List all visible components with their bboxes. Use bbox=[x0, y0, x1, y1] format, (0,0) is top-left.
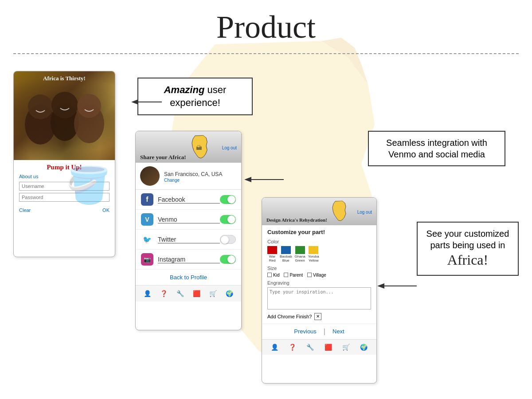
nav-person-icon[interactable]: 👤 bbox=[142, 288, 153, 299]
page-title: Product bbox=[0, 9, 532, 46]
phone3-body: Customize your part! Color WarRed Baobab… bbox=[262, 225, 376, 324]
phone2-header-left: Share your Africa! 🏔 bbox=[140, 135, 210, 161]
svg-text:🏔: 🏔 bbox=[196, 145, 202, 151]
parent-label: Parent bbox=[289, 273, 302, 278]
instagram-toggle[interactable] bbox=[220, 255, 236, 264]
color-swatch-war-red[interactable]: WarRed bbox=[267, 246, 277, 263]
yoruba-yellow-label: YorubaYellow bbox=[308, 255, 319, 263]
parent-checkbox[interactable] bbox=[284, 273, 288, 277]
nav-divider: | bbox=[324, 328, 325, 336]
callout-seamless: Seamless integration with Venmo and soci… bbox=[368, 131, 505, 166]
baobab-blue-color bbox=[281, 246, 291, 254]
baobab-blue-label: BaobabBlue bbox=[280, 255, 292, 263]
profile-info: San Francisco, CA, USA Change bbox=[164, 170, 237, 183]
facebook-icon: f bbox=[141, 193, 153, 206]
kids-illustration bbox=[14, 71, 115, 160]
kid-label: Kid bbox=[273, 273, 279, 278]
profile-row: San Francisco, CA, USA Change bbox=[136, 163, 241, 190]
back-to-profile-link[interactable]: Back to Profile bbox=[136, 270, 241, 285]
phone2-logout-link[interactable]: Log out bbox=[222, 145, 237, 150]
chrome-finish-checkbox[interactable]: ✕ bbox=[314, 313, 321, 320]
phone3-nav-help-icon[interactable]: ❓ bbox=[287, 342, 297, 352]
chrome-finish-label: Add Chrome Finish? bbox=[267, 314, 312, 319]
phone3-nav-africa-icon[interactable]: 🌍 bbox=[359, 342, 369, 352]
nav-cart-icon[interactable]: 🛒 bbox=[208, 288, 219, 299]
nav-help-icon[interactable]: ❓ bbox=[159, 288, 169, 299]
phone3-header: Design Africa's Rehydration! Log out bbox=[262, 198, 376, 225]
ok-button[interactable]: OK bbox=[102, 207, 110, 213]
arrow-customized-to-phone3 bbox=[375, 279, 419, 293]
venmo-row: V Venmo bbox=[136, 210, 241, 230]
venmo-label: Venmo bbox=[158, 216, 220, 223]
phone1-mockup: Africa is Thirsty! 🪣 Pump it Up! About u… bbox=[13, 71, 115, 257]
phone3-nav-person-icon[interactable]: 👤 bbox=[269, 342, 280, 352]
clear-button[interactable]: Clear bbox=[19, 207, 31, 213]
callout-customized: See your customized parts being used in … bbox=[417, 222, 519, 276]
size-parent[interactable]: Parent bbox=[284, 273, 302, 278]
yoruba-yellow-color bbox=[309, 246, 318, 254]
facebook-toggle[interactable] bbox=[220, 195, 236, 204]
phone1-hero-image: Africa is Thirsty! bbox=[14, 71, 115, 160]
africa-text: Africa! bbox=[425, 251, 511, 270]
customize-title: Customize your part! bbox=[267, 229, 371, 235]
nav-africa-icon[interactable]: 🌍 bbox=[224, 288, 235, 299]
color-swatches: WarRed BaobabBlue GhanaGreen YorubaYello… bbox=[267, 246, 371, 263]
design-title: Design Africa's Rehydration! bbox=[266, 217, 327, 223]
size-label: Size bbox=[267, 266, 371, 271]
facebook-row: f Facebook bbox=[136, 190, 241, 210]
color-swatch-baobab-blue[interactable]: BaobabBlue bbox=[280, 246, 292, 263]
ghana-green-color bbox=[295, 246, 305, 254]
profile-location: San Francisco, CA, USA bbox=[164, 171, 222, 177]
instagram-row: 📷 Instagram bbox=[136, 250, 241, 270]
color-swatch-ghana-green[interactable]: GhanaGreen bbox=[295, 246, 305, 263]
engraving-input[interactable] bbox=[267, 287, 371, 309]
phone3-logout-link[interactable]: Log out bbox=[357, 210, 372, 215]
amazing-italic: Amazing bbox=[164, 84, 205, 95]
africa-logo-phone3 bbox=[329, 200, 348, 222]
phone1-header-title: Africa is Thirsty! bbox=[14, 75, 115, 82]
twitter-row: 🐦 Twitter bbox=[136, 230, 241, 250]
venmo-icon: V bbox=[141, 213, 153, 226]
change-location-link[interactable]: Change bbox=[164, 178, 237, 183]
previous-button[interactable]: Previous bbox=[294, 328, 317, 335]
africa-logo-phone2: 🏔 bbox=[188, 135, 210, 159]
phone2-bottom-nav: 👤 ❓ 🔧 🟥 🛒 🌍 bbox=[136, 285, 241, 301]
village-label: Village bbox=[313, 273, 326, 278]
phone3-nav-cart-icon[interactable]: 🛒 bbox=[340, 342, 351, 352]
phone2-mockup: Share your Africa! 🏔 Log out San Francis… bbox=[135, 131, 242, 330]
next-button[interactable]: Next bbox=[332, 328, 344, 335]
twitter-icon: 🐦 bbox=[141, 233, 153, 246]
nav-pump-icon[interactable]: 🔧 bbox=[175, 288, 186, 299]
twitter-label: Twitter bbox=[158, 236, 220, 243]
phone2-header: Share your Africa! 🏔 Log out bbox=[136, 131, 241, 163]
engraving-label: Engraving bbox=[267, 280, 371, 286]
phone1-action-buttons: Clear OK bbox=[19, 207, 110, 213]
kid-checkbox[interactable] bbox=[267, 273, 272, 277]
phone3-nav-colors-icon[interactable]: 🟥 bbox=[323, 342, 333, 352]
facebook-label: Facebook bbox=[158, 196, 220, 203]
venmo-toggle[interactable] bbox=[220, 215, 236, 224]
separator-line bbox=[13, 53, 519, 54]
chrome-finish-row: Add Chrome Finish? ✕ bbox=[267, 313, 371, 320]
phone3-header-left: Design Africa's Rehydration! bbox=[266, 200, 348, 223]
arrow-seamless-to-phone2 bbox=[242, 173, 286, 186]
war-red-color bbox=[267, 246, 277, 254]
pump-watermark: 🪣 bbox=[66, 164, 110, 206]
svg-point-3 bbox=[51, 92, 78, 118]
village-checkbox[interactable] bbox=[307, 273, 312, 277]
svg-point-1 bbox=[28, 94, 53, 119]
arrow-amazing-to-phone1 bbox=[129, 95, 164, 109]
share-title: Share your Africa! bbox=[140, 154, 186, 160]
phone3-nav-buttons: Previous | Next bbox=[262, 324, 376, 339]
nav-colors-icon[interactable]: 🟥 bbox=[192, 288, 202, 299]
color-swatch-yoruba-yellow[interactable]: YorubaYellow bbox=[308, 246, 319, 263]
profile-avatar bbox=[140, 166, 160, 186]
phone3-nav-pump-icon[interactable]: 🔧 bbox=[305, 342, 316, 352]
phone3-bottom-nav: 👤 ❓ 🔧 🟥 🛒 🌍 bbox=[262, 339, 376, 355]
instagram-icon: 📷 bbox=[141, 253, 153, 266]
phone3-mockup: Design Africa's Rehydration! Log out Cus… bbox=[262, 197, 377, 383]
size-kid[interactable]: Kid bbox=[267, 273, 279, 278]
size-village[interactable]: Village bbox=[307, 273, 326, 278]
twitter-toggle[interactable] bbox=[220, 235, 236, 244]
war-red-label: WarRed bbox=[269, 255, 276, 263]
